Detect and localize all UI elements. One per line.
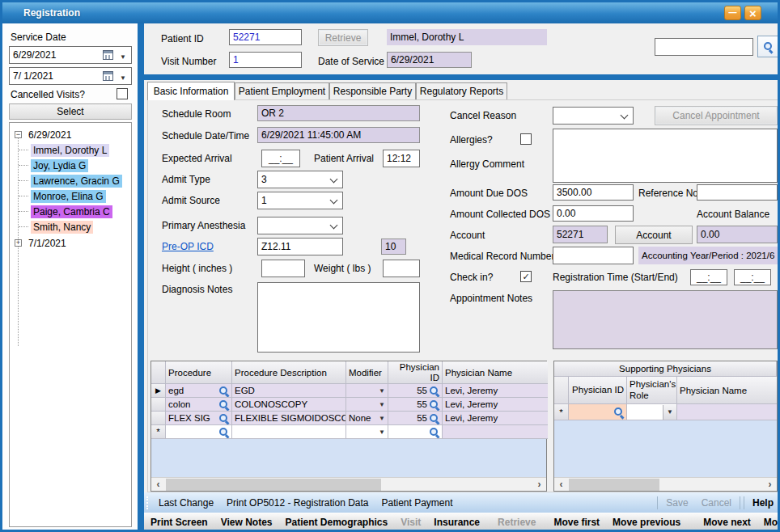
col-supporting-physician-id[interactable]: Physician ID	[569, 377, 627, 404]
tab-patient-employment[interactable]: Patient Employment	[235, 82, 329, 99]
allergies-checkbox[interactable]	[520, 133, 532, 145]
tree-item-patient[interactable]: Monroe, Elina G	[31, 189, 106, 203]
medical-record-number-input[interactable]	[553, 247, 634, 264]
visit-button[interactable]: Visit	[394, 517, 427, 528]
scroll-right-icon[interactable]: ›	[763, 478, 777, 492]
dropdown-icon[interactable]: ▼	[379, 429, 385, 436]
lookup-icon[interactable]	[218, 413, 229, 424]
diagnosis-notes-textarea[interactable]	[257, 282, 420, 353]
col-physician-name[interactable]: Physician Name	[443, 361, 548, 384]
lookup-icon[interactable]	[613, 407, 624, 417]
col-physician-role[interactable]: Physician's Role	[627, 377, 677, 404]
move-last-button[interactable]: Move last	[757, 517, 780, 528]
col-supporting-physician-name[interactable]: Physician Name	[677, 377, 777, 404]
date-from-picker[interactable]: 6/29/2021 ▼	[9, 46, 132, 64]
supporting-hscrollbar[interactable]: ‹ ›	[554, 477, 777, 491]
preop-icd-input[interactable]: Z12.11	[257, 238, 343, 255]
last-change-button[interactable]: Last Change	[152, 497, 220, 509]
amount-collected-dos-input[interactable]: 0.00	[553, 205, 634, 222]
tree-item-patient[interactable]: Paige, Cambria C	[31, 205, 112, 218]
visit-number-input[interactable]: 1	[229, 52, 302, 68]
procedure-row[interactable]: ▶ egd EGD ▼ 55 Levi, Jeremy	[151, 384, 548, 398]
tree-item-patient[interactable]: Joy, Lydia G	[31, 158, 88, 172]
move-first-button[interactable]: Move first	[547, 517, 606, 528]
lookup-icon[interactable]	[218, 386, 229, 396]
expected-arrival-input[interactable]: __:__	[261, 150, 300, 167]
cancel-reason-select[interactable]	[553, 107, 634, 125]
tree-node-date-1[interactable]: − 6/29/2021	[15, 128, 74, 141]
date-to-picker[interactable]: 7/ 1/2021 ▼	[9, 67, 132, 85]
account-button[interactable]: Account	[615, 226, 693, 244]
insurance-button[interactable]: Insurance	[427, 517, 486, 528]
lookup-icon[interactable]	[429, 427, 439, 437]
minimize-button[interactable]: —	[724, 6, 741, 20]
weight-input[interactable]	[383, 260, 420, 277]
horizontal-splitter[interactable]	[144, 74, 778, 80]
patient-id-input[interactable]: 52271	[229, 29, 302, 45]
preop-icd-link[interactable]: Pre-OP ICD	[162, 241, 214, 252]
patient-arrival-input[interactable]: 12:12	[383, 150, 420, 167]
toolbar-grip[interactable]	[146, 496, 149, 509]
lookup-icon[interactable]	[429, 413, 439, 424]
role-dropdown-button[interactable]: ▼	[663, 405, 676, 420]
registration-end-input[interactable]: __:__	[734, 269, 771, 285]
tree-item-patient[interactable]: Immel, Dorothy L	[31, 143, 109, 157]
col-modifier[interactable]: Modifier	[346, 361, 388, 384]
collapse-icon[interactable]: −	[15, 131, 22, 138]
procedures-hscrollbar[interactable]: ‹ ›	[151, 477, 546, 491]
lookup-icon[interactable]	[429, 386, 439, 396]
lookup-icon[interactable]	[218, 427, 229, 437]
scroll-thumb[interactable]	[166, 479, 381, 491]
scroll-right-icon[interactable]: ›	[532, 478, 546, 492]
cancel-button[interactable]: Cancel	[695, 497, 738, 509]
expand-icon[interactable]: +	[15, 239, 22, 247]
dropdown-icon[interactable]: ▼	[379, 415, 385, 422]
print-op5012-button[interactable]: Print OP5012 - Registration Data	[220, 497, 375, 509]
col-procedure[interactable]: Procedure	[166, 361, 232, 384]
select-button[interactable]: Select	[9, 103, 132, 120]
help-button[interactable]: Help	[746, 497, 780, 509]
amount-due-dos-input[interactable]: 3500.00	[553, 184, 634, 201]
height-input[interactable]	[261, 260, 305, 277]
tree-item-patient[interactable]: Lawrence, Gracin G	[31, 174, 122, 188]
close-button[interactable]: ×	[744, 6, 761, 20]
dropdown-icon[interactable]: ▼	[379, 387, 385, 395]
dropdown-icon[interactable]: ▼	[379, 401, 385, 408]
cancel-appointment-button[interactable]: Cancel Appointment	[655, 106, 778, 125]
admit-type-select[interactable]: 3	[257, 171, 343, 188]
tree-item-patient[interactable]: Smith, Nancy	[31, 220, 93, 234]
cancelled-visits-checkbox[interactable]	[117, 88, 128, 99]
allergy-comment-textarea[interactable]	[553, 129, 778, 183]
procedure-row[interactable]: FLEX SIG FLEXIBLE SIGMOIDOSCOPY None▼ 55…	[151, 412, 548, 425]
scroll-left-icon[interactable]: ‹	[554, 478, 568, 492]
retrieve-button[interactable]: Retrieve	[318, 29, 368, 46]
col-procedure-description[interactable]: Procedure Description	[232, 361, 346, 384]
search-button[interactable]	[757, 36, 778, 57]
vertical-splitter[interactable]	[138, 23, 144, 532]
lookup-icon[interactable]	[218, 399, 229, 410]
save-button[interactable]: Save	[659, 497, 694, 509]
tab-basic-information[interactable]: Basic Information	[147, 82, 235, 100]
scroll-left-icon[interactable]: ‹	[151, 478, 165, 492]
move-next-button[interactable]: Move next	[697, 517, 757, 528]
lookup-icon[interactable]	[429, 399, 439, 410]
supporting-new-row[interactable]: * ▼	[554, 404, 777, 420]
check-in-checkbox[interactable]: ✓	[520, 271, 532, 282]
patient-payment-button[interactable]: Patient Payment	[375, 497, 459, 509]
tab-regulatory-reports[interactable]: Regulatory Reports	[416, 82, 507, 99]
procedure-row[interactable]: colon COLONOSCOPY ▼ 55 Levi, Jeremy	[151, 398, 548, 412]
view-notes-button[interactable]: View Notes	[214, 517, 279, 528]
patient-demographics-button[interactable]: Patient Demographics	[279, 517, 395, 528]
procedure-new-row[interactable]: * ▼	[151, 425, 548, 439]
scroll-thumb[interactable]	[569, 479, 659, 491]
retrieve-toolbar-button[interactable]: Retrieve	[491, 517, 542, 528]
primary-anesthesia-select[interactable]	[257, 217, 343, 234]
tab-responsible-party[interactable]: Responsible Party	[329, 82, 416, 99]
search-input[interactable]	[655, 38, 753, 56]
reference-no-input[interactable]	[697, 184, 778, 201]
admit-source-select[interactable]: 1	[257, 192, 343, 209]
move-previous-button[interactable]: Move previous	[606, 517, 687, 528]
tree-node-date-2[interactable]: + 7/1/2021	[15, 236, 69, 250]
appointment-notes-textarea[interactable]	[553, 290, 778, 349]
registration-start-input[interactable]: __:__	[690, 269, 727, 285]
